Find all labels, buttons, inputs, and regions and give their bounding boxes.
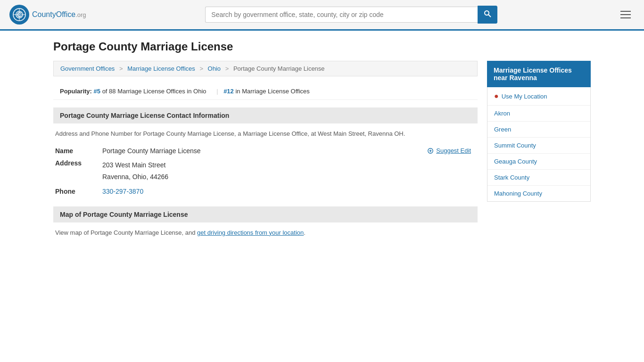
driving-directions-link[interactable]: get driving directions from your locatio… xyxy=(197,229,304,236)
map-desc-pre: View map of Portage County Marriage Lice… xyxy=(55,229,197,236)
sidebar-link-summit[interactable]: Summit County xyxy=(487,138,590,154)
breadcrumb-sep-3: > xyxy=(225,65,229,72)
breadcrumb-link-gov[interactable]: Government Offices xyxy=(60,65,115,72)
svg-line-6 xyxy=(488,15,491,17)
main-content: Portage County Marriage License Governme… xyxy=(44,31,600,251)
sidebar: Marriage License Offices near Ravenna ● … xyxy=(487,61,591,242)
content-main: Government Offices > Marriage License Of… xyxy=(53,61,478,242)
sidebar-link-geauga[interactable]: Geauga County xyxy=(487,154,590,170)
phone-link[interactable]: 330-297-3870 xyxy=(102,188,143,195)
sidebar-link-mahoning[interactable]: Mahoning County xyxy=(487,186,590,201)
address-row: Address 203 West Main Street Ravenna, Oh… xyxy=(55,159,476,183)
contact-info-table: Name Portage County Marriage License Sug… xyxy=(53,147,478,195)
search-area xyxy=(205,6,497,24)
pin-icon: ● xyxy=(494,92,499,100)
popularity-divider: | xyxy=(216,88,218,95)
breadcrumb: Government Offices > Marriage License Of… xyxy=(53,61,478,76)
logo-text: CountyOffice.org xyxy=(32,10,86,19)
page-title: Portage County Marriage License xyxy=(53,40,591,53)
map-section-header: Map of Portage County Marriage License xyxy=(53,206,478,222)
rank2-number: #12 xyxy=(223,88,234,95)
sidebar-header-line1: Marriage License Offices xyxy=(494,66,572,74)
rank2-text: in Marriage License Offices xyxy=(235,88,309,95)
logo-name: CountyOffice xyxy=(32,10,75,18)
svg-point-5 xyxy=(485,11,489,15)
address-line1: 203 West Main Street xyxy=(102,161,165,169)
menu-button[interactable] xyxy=(617,7,635,23)
contact-description: Address and Phone Number for Portage Cou… xyxy=(53,129,478,139)
logo-area: C CountyOffice.org xyxy=(9,5,86,25)
content-layout: Government Offices > Marriage License Of… xyxy=(53,61,591,242)
name-value: Portage County Marriage License xyxy=(102,147,427,155)
name-row: Name Portage County Marriage License Sug… xyxy=(55,147,476,155)
phone-row: Phone 330-297-3870 xyxy=(55,188,476,195)
phone-value: 330-297-3870 xyxy=(102,188,476,195)
suggest-edit-button[interactable]: Suggest Edit xyxy=(427,147,476,154)
sidebar-body: ● Use My Location Akron Green Summit Cou… xyxy=(487,87,591,202)
sidebar-link-stark[interactable]: Stark County xyxy=(487,170,590,186)
search-button[interactable] xyxy=(478,6,497,24)
rank1-number: #5 xyxy=(94,88,100,95)
popularity-rank2: #12 in Marriage License Offices xyxy=(223,88,310,95)
sidebar-link-green[interactable]: Green xyxy=(487,122,590,138)
logo-icon: C xyxy=(9,5,29,25)
popularity-bar: Popularity: #5 of 88 Marriage License Of… xyxy=(53,83,478,100)
rank1-text: of 88 Marriage License Offices in Ohio xyxy=(102,88,206,95)
sidebar-header: Marriage License Offices near Ravenna xyxy=(487,61,591,87)
sidebar-header-line2: near Ravenna xyxy=(494,74,537,82)
phone-label: Phone xyxy=(55,188,102,195)
address-line2: Ravenna, Ohio, 44266 xyxy=(102,173,168,181)
name-label: Name xyxy=(55,147,102,155)
breadcrumb-link-ohio[interactable]: Ohio xyxy=(208,65,221,72)
address-label: Address xyxy=(55,159,102,167)
logo-tld: .org xyxy=(75,11,86,18)
map-desc-post: . xyxy=(304,229,305,236)
map-description: View map of Portage County Marriage Lice… xyxy=(53,228,478,238)
popularity-rank1: #5 of 88 Marriage License Offices in Ohi… xyxy=(94,88,208,95)
address-value: 203 West Main Street Ravenna, Ohio, 4426… xyxy=(102,159,476,183)
use-my-location-link[interactable]: Use My Location xyxy=(502,93,547,100)
search-input[interactable] xyxy=(205,7,478,23)
sidebar-use-location[interactable]: ● Use My Location xyxy=(487,87,590,106)
contact-section-header: Portage County Marriage License Contact … xyxy=(53,107,478,123)
breadcrumb-current: Portage County Marriage License xyxy=(233,65,325,72)
popularity-label: Popularity: xyxy=(60,88,92,95)
breadcrumb-link-marriage[interactable]: Marriage License Offices xyxy=(127,65,195,72)
breadcrumb-sep-1: > xyxy=(119,65,123,72)
breadcrumb-sep-2: > xyxy=(199,65,203,72)
suggest-edit-label: Suggest Edit xyxy=(436,147,471,154)
header: C CountyOffice.org xyxy=(0,0,644,31)
sidebar-link-akron[interactable]: Akron xyxy=(487,106,590,122)
